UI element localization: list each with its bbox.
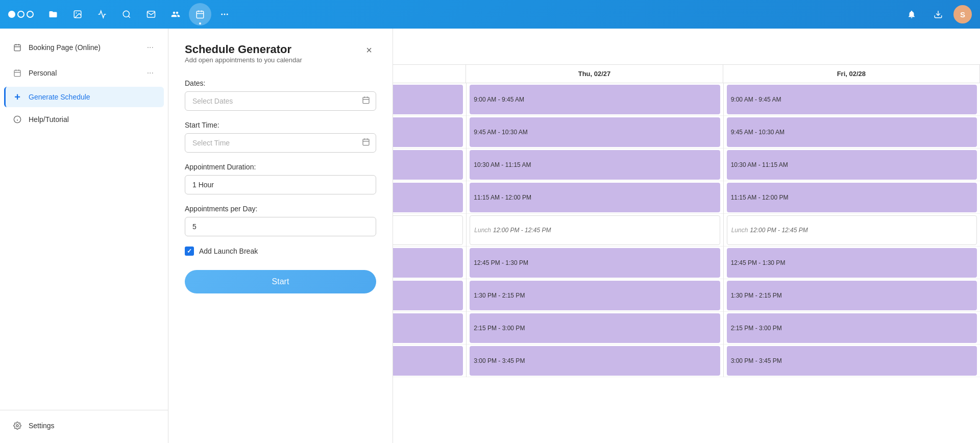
contacts-icon[interactable] [164, 3, 187, 26]
calendar-slot[interactable]: 3:00 PM - 3:45 PM [467, 344, 723, 377]
topbar-nav [42, 3, 900, 26]
calendar-slot[interactable]: 9:00 AM - 9:45 AM [467, 83, 723, 116]
activity-icon[interactable] [91, 3, 113, 26]
calendar-slot[interactable]: 12:45 PM - 1:30 PM [467, 247, 723, 279]
duration-input[interactable] [185, 175, 376, 194]
start-time-label: Start Time: [185, 121, 376, 129]
modal-title: Schedule Generator [185, 43, 302, 56]
generate-icon: + [12, 92, 22, 102]
dates-input[interactable] [185, 91, 376, 111]
sidebar-item-booking[interactable]: Booking Page (Online) ··· [4, 36, 164, 59]
calendar-slot[interactable]: 9:45 AM - 10:30 AM [467, 116, 723, 149]
fri-header: Fri, 02/28 [723, 65, 980, 83]
calendar-slot[interactable]: 2:15 PM - 3:00 PM [467, 312, 723, 344]
sidebar-item-generate[interactable]: + Generate Schedule [4, 87, 164, 107]
appointments-per-day-input[interactable] [185, 217, 376, 236]
svg-point-23 [16, 425, 18, 427]
appointments-per-day-field-group: Appointments per Day: [185, 205, 376, 236]
content-area: Schedule Generator Add open appointments… [168, 29, 980, 443]
calendar-slot[interactable]: Lunch 12:00 PM - 12:45 PM [724, 214, 980, 247]
modal-subtitle: Add open appointments to you calendar [185, 56, 302, 64]
start-time-input-wrapper [185, 133, 376, 153]
calendar-event: 2:15 PM - 3:00 PM [727, 313, 977, 343]
sidebar-item-generate-label: Generate Schedule [29, 93, 156, 101]
search-icon[interactable] [115, 3, 138, 26]
settings-label: Settings [29, 422, 156, 430]
schedule-generator-modal: Schedule Generator Add open appointments… [168, 29, 393, 443]
app-logo [8, 11, 34, 18]
topbar: S [0, 0, 980, 29]
calendar-slot[interactable]: 3:00 PM - 3:45 PM [724, 344, 980, 377]
duration-label: Appointment Duration: [185, 163, 376, 171]
sidebar-item-settings[interactable]: Settings [4, 415, 164, 436]
start-button[interactable]: Start [185, 270, 376, 293]
calendar-event: 2:15 PM - 3:00 PM [470, 313, 720, 343]
calendar-nav-icon[interactable] [189, 3, 211, 26]
calendar-event: 11:15 AM - 12:00 PM [727, 183, 977, 212]
calendar-event: 9:45 AM - 10:30 AM [727, 117, 977, 147]
calendar-slot[interactable]: 10:30 AM - 11:15 AM [467, 149, 723, 181]
logo-circle-1 [8, 11, 15, 18]
user-avatar[interactable]: S [953, 5, 972, 23]
svg-line-3 [128, 16, 130, 17]
calendar-slot[interactable]: 12:45 PM - 1:30 PM [724, 247, 980, 279]
calendar-event: 12:45 PM - 1:30 PM [470, 248, 720, 278]
calendar-event: 9:00 AM - 9:45 AM [470, 85, 720, 114]
calendar-slot[interactable]: 11:15 AM - 12:00 PM [724, 181, 980, 214]
notifications-icon[interactable] [900, 3, 923, 26]
calendar-slot[interactable]: 1:30 PM - 2:15 PM [467, 279, 723, 312]
logo-circle-2 [17, 11, 24, 18]
sidebar-item-personal[interactable]: Personal ··· [4, 61, 164, 85]
duration-input-wrapper [185, 175, 376, 194]
calendar-slot[interactable]: 2:15 PM - 3:00 PM [724, 312, 980, 344]
launch-break-row: Add Launch Break [185, 247, 376, 256]
help-icon [12, 114, 22, 125]
calendar-event: 9:45 AM - 10:30 AM [470, 117, 720, 147]
thu-header: Thu, 02/27 [466, 65, 723, 83]
photos-icon[interactable] [66, 3, 89, 26]
appointments-per-day-label: Appointments per Day: [185, 205, 376, 213]
calendar-slot[interactable]: 9:00 AM - 9:45 AM [724, 83, 980, 116]
day-col-2: 9:00 AM - 9:45 AM9:45 AM - 10:30 AM10:30… [723, 83, 980, 377]
svg-rect-16 [14, 70, 20, 77]
sidebar-item-personal-label: Personal [29, 69, 139, 77]
calendar-slot[interactable]: 10:30 AM - 11:15 AM [724, 149, 980, 181]
svg-point-1 [76, 12, 77, 13]
calendar-slot[interactable]: 1:30 PM - 2:15 PM [724, 279, 980, 312]
modal-header: Schedule Generator Add open appointments… [185, 43, 376, 76]
topbar-right: S [900, 3, 972, 26]
calendar-event: 9:00 AM - 9:45 AM [727, 85, 977, 114]
calendar-event: 3:00 PM - 3:45 PM [727, 346, 977, 376]
calendar-event: 1:30 PM - 2:15 PM [727, 281, 977, 310]
lunch-event: Lunch 12:00 PM - 12:45 PM [727, 215, 977, 245]
dates-field-group: Dates: [185, 79, 376, 111]
start-time-input[interactable] [185, 133, 376, 153]
modal-close-button[interactable]: × [362, 43, 376, 57]
svg-rect-12 [14, 45, 20, 51]
sidebar-item-booking-label: Booking Page (Online) [29, 43, 139, 52]
sidebar-bottom: Settings [0, 410, 168, 437]
launch-break-checkbox[interactable] [185, 247, 194, 256]
sidebar-item-personal-more[interactable]: ··· [145, 66, 156, 80]
calendar-event: 11:15 AM - 12:00 PM [470, 183, 720, 212]
sidebar-item-help[interactable]: Help/Tutorial [4, 109, 164, 130]
mail-icon[interactable] [140, 3, 162, 26]
svg-point-2 [123, 11, 129, 17]
files-icon[interactable] [42, 3, 64, 26]
svg-point-8 [221, 14, 223, 15]
downloads-icon[interactable] [927, 3, 949, 26]
calendar-event: 10:30 AM - 11:15 AM [727, 150, 977, 180]
personal-calendar-icon [12, 68, 22, 78]
calendar-slot[interactable]: Lunch 12:00 PM - 12:45 PM [467, 214, 723, 247]
calendar-slot[interactable]: 9:45 AM - 10:30 AM [724, 116, 980, 149]
calendar-slot[interactable]: 11:15 AM - 12:00 PM [467, 181, 723, 214]
dates-label: Dates: [185, 79, 376, 87]
more-apps-icon[interactable] [213, 3, 236, 26]
settings-icon [12, 421, 22, 431]
calendar-event: 10:30 AM - 11:15 AM [470, 150, 720, 180]
start-time-field-group: Start Time: [185, 121, 376, 153]
calendar-event: 12:45 PM - 1:30 PM [727, 248, 977, 278]
main-layout: Booking Page (Online) ··· Personal ··· +… [0, 29, 980, 443]
day-col-1: 9:00 AM - 9:45 AM9:45 AM - 10:30 AM10:30… [466, 83, 723, 377]
sidebar-item-booking-more[interactable]: ··· [145, 41, 156, 54]
